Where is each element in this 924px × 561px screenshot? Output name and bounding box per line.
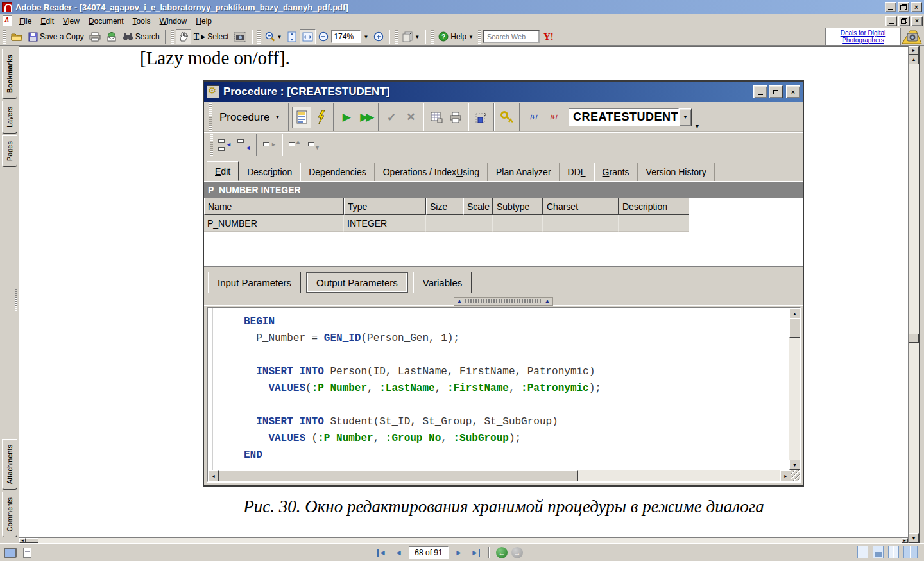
page-display-button[interactable]: ▼ <box>400 29 422 44</box>
doc-close-button[interactable]: × <box>911 16 923 26</box>
splitter-up-icon2[interactable]: ▲ <box>545 298 551 304</box>
document-vscrollbar[interactable]: ► ▲ ▼ <box>908 46 919 543</box>
column-header-subtype[interactable]: Subtype <box>493 198 543 215</box>
print-proc-button[interactable] <box>446 107 465 128</box>
first-page-button[interactable]: ◄ <box>375 546 388 559</box>
column-header-description[interactable]: Description <box>619 198 689 215</box>
doc-hscroll-thumb[interactable] <box>26 538 38 543</box>
object-name-dropdown[interactable]: ▼ <box>679 108 692 126</box>
column-header-name[interactable]: Name <box>204 198 344 215</box>
minimize-button[interactable] <box>885 2 896 12</box>
toolbar-overflow-dropdown[interactable]: ▼ <box>694 123 700 132</box>
sql-editor-button[interactable] <box>427 107 446 128</box>
search-web-input[interactable] <box>483 30 540 43</box>
help-dropdown[interactable]: ▼ <box>468 34 474 40</box>
editor-hscrollbar[interactable]: ◄ ► <box>208 470 800 481</box>
fullscreen-icon[interactable] <box>4 548 17 558</box>
menu-file[interactable]: File <box>15 15 36 28</box>
editor-scroll-up-button[interactable]: ▲ <box>789 308 800 318</box>
insert-parameter-button[interactable]: ◄ <box>215 134 234 156</box>
tab-description[interactable]: Description <box>239 163 300 181</box>
menu-help[interactable]: Help <box>191 15 216 28</box>
continuous-view-button[interactable] <box>873 546 884 558</box>
move-up-button[interactable]: ▲ <box>286 134 305 156</box>
last-page-button[interactable]: ► <box>469 546 482 559</box>
compare-red-button[interactable]: ⊣+⊢ <box>543 107 563 128</box>
compare-blue-button[interactable]: ⊣+⊢ <box>523 107 543 128</box>
fit-width-button[interactable] <box>300 29 316 44</box>
object-type-button[interactable]: Procedure ▼ <box>214 107 286 128</box>
doc-scroll-down-button[interactable]: ▼ <box>909 533 919 543</box>
param-tab-variables[interactable]: Variables <box>413 272 472 293</box>
sql-editor[interactable]: BEGIN P_Number = GEN_ID(Person_Gen, 1); … <box>207 307 801 483</box>
pane-toggle-button[interactable]: ► <box>909 46 919 55</box>
doc-scroll-up-button[interactable]: ▲ <box>909 55 919 64</box>
hand-tool-button[interactable] <box>176 29 191 44</box>
editor-scroll-left-button[interactable]: ◄ <box>208 470 219 481</box>
tab-ddl[interactable]: DDL <box>560 163 594 181</box>
remove-parameter-button[interactable]: ► <box>260 134 279 156</box>
column-header-size[interactable]: Size <box>426 198 463 215</box>
tab-plan-analyzer[interactable]: Plan Analyzer <box>488 163 560 181</box>
grants-button[interactable] <box>497 107 517 128</box>
proc-close-button[interactable]: × <box>786 85 800 98</box>
email-button[interactable] <box>103 29 120 44</box>
splitter-bar[interactable]: ▲ ▲ <box>204 297 803 306</box>
tab-version-history[interactable]: Version History <box>638 163 715 181</box>
object-name-value[interactable]: CREATESTUDENT <box>569 108 679 126</box>
select-tool-button[interactable]: Ɪ ▶ Select <box>191 29 232 44</box>
grid-empty-area[interactable] <box>204 232 803 266</box>
compile-button[interactable] <box>311 107 330 128</box>
zoom-out-button[interactable] <box>316 29 331 44</box>
next-page-button[interactable]: ► <box>452 546 465 559</box>
help-button[interactable]: ? Help ▼ <box>436 29 476 44</box>
resize-grip[interactable] <box>791 470 800 481</box>
sidebar-tab-pages[interactable]: Pages <box>2 135 17 167</box>
sidebar-tab-layers[interactable]: Layers <box>2 101 17 134</box>
menu-edit[interactable]: Edit <box>36 15 58 28</box>
object-name-combo[interactable]: CREATESTUDENT ▼ <box>569 108 692 126</box>
proc-maximize-button[interactable] <box>769 85 783 98</box>
open-button[interactable] <box>8 29 26 44</box>
facing-view-button[interactable] <box>903 546 918 558</box>
table-row[interactable]: P_NUMBERINTEGER <box>204 215 803 232</box>
zoom-in-tool-button[interactable]: ▼ <box>262 29 285 44</box>
sidebar-tab-comments[interactable]: Comments <box>2 492 17 537</box>
splitter-grip-dots[interactable] <box>465 299 542 303</box>
zoom-level-input[interactable] <box>331 30 361 43</box>
editor-scroll-down-button[interactable]: ▼ <box>789 460 800 470</box>
snapshot-button[interactable] <box>232 29 249 44</box>
page-display-dropdown[interactable]: ▼ <box>415 34 420 40</box>
tab-edit[interactable]: Edit <box>207 161 239 181</box>
insert-variable-button[interactable]: ◄ <box>234 134 253 156</box>
page-indicator-input[interactable] <box>409 546 449 559</box>
page-status-icon[interactable] <box>23 548 31 558</box>
editor-scroll-right-button[interactable]: ► <box>780 470 791 481</box>
column-header-charset[interactable]: Charset <box>543 198 619 215</box>
param-tab-output-parameters[interactable]: Output Parameters <box>306 272 408 293</box>
continuous-facing-view-button[interactable] <box>888 546 899 558</box>
param-tab-input-parameters[interactable]: Input Parameters <box>208 272 301 293</box>
zoom-level-dropdown[interactable]: ▼ <box>361 34 371 40</box>
tab-dependencies[interactable]: Dependencies <box>300 163 375 181</box>
doc-minimize-button[interactable] <box>886 16 897 26</box>
single-page-view-button[interactable] <box>857 546 868 558</box>
run-button[interactable]: ▶ <box>337 107 356 128</box>
sql-code[interactable]: BEGIN P_Number = GEN_ID(Person_Gen, 1); … <box>213 308 789 470</box>
rollback-button[interactable]: ✕ <box>401 107 420 128</box>
edit-mode-button[interactable] <box>292 107 311 128</box>
next-view-button[interactable]: → <box>511 547 523 558</box>
zoom-tool-dropdown[interactable]: ▼ <box>277 34 282 40</box>
editor-vscroll-thumb[interactable] <box>789 318 800 338</box>
column-header-scale[interactable]: Scale <box>463 198 493 215</box>
column-header-type[interactable]: Type <box>344 198 426 215</box>
save-a-copy-button[interactable]: Save a Copy <box>26 29 87 44</box>
menu-document[interactable]: Document <box>84 15 128 28</box>
fit-page-button[interactable] <box>284 29 300 44</box>
menu-tools[interactable]: Tools <box>128 15 155 28</box>
new-object-button[interactable] <box>472 107 491 128</box>
tab-grants[interactable]: Grants <box>594 163 638 181</box>
previous-page-button[interactable]: ◄ <box>392 546 405 559</box>
deals-banner[interactable]: Deals for Digital Photographers <box>825 28 923 46</box>
editor-hscroll-thumb[interactable] <box>219 470 578 481</box>
